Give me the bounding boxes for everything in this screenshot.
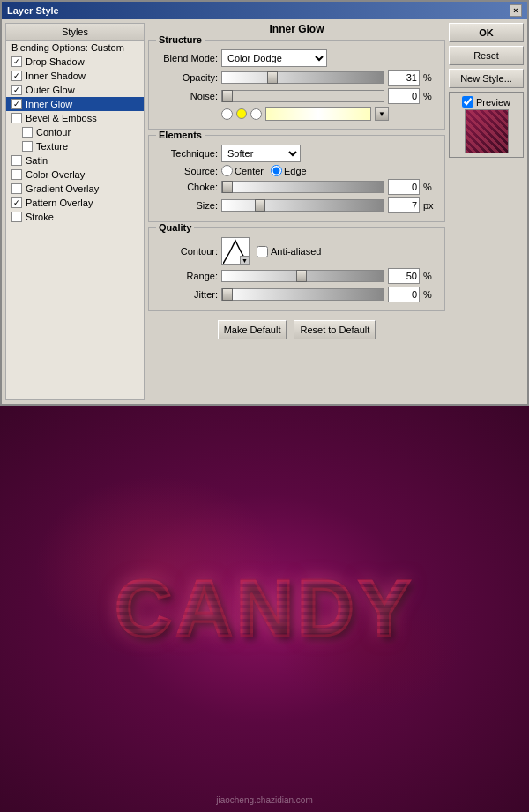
drop-shadow-checkbox[interactable]: [11, 56, 22, 67]
range-thumb[interactable]: [296, 270, 307, 282]
satin-label: Satin: [26, 155, 48, 166]
bevel-emboss-label: Bevel & Emboss: [26, 113, 97, 123]
range-label: Range:: [156, 271, 218, 281]
center-radio-item: Center: [221, 165, 264, 176]
new-style-button[interactable]: New Style...: [449, 69, 524, 88]
range-slider[interactable]: [221, 270, 384, 282]
preview-thumbnail: [465, 109, 509, 153]
size-label: Size:: [156, 200, 218, 211]
sidebar-item-pattern-overlay[interactable]: Pattern Overlay: [6, 196, 144, 210]
contour-checkbox[interactable]: [22, 127, 33, 138]
inner-shadow-checkbox[interactable]: [11, 71, 22, 81]
solid-color-radio[interactable]: [221, 108, 233, 120]
sidebar-item-satin[interactable]: Satin: [6, 153, 144, 168]
drop-shadow-label: Drop Shadow: [26, 56, 85, 67]
preview-label: Preview: [476, 97, 510, 108]
center-radio[interactable]: [221, 165, 233, 176]
gradient-radio[interactable]: [250, 108, 262, 120]
section-heading: Inner Glow: [148, 23, 445, 35]
opacity-unit: %: [423, 72, 437, 83]
noise-thumb[interactable]: [222, 90, 233, 102]
technique-select[interactable]: Softer: [221, 145, 301, 162]
size-unit: px: [423, 200, 437, 211]
gradient-overlay-checkbox[interactable]: [11, 183, 22, 194]
color-dropdown-arrow[interactable]: ▼: [375, 107, 389, 121]
right-buttons: OK Reset New Style... Preview: [449, 23, 524, 400]
quality-title: Quality: [156, 222, 194, 233]
candy-text: CANDY: [115, 563, 414, 654]
blending-label: Blending Options: Custom: [11, 42, 124, 53]
elements-content: Technique: Softer Source: Center: [156, 145, 437, 213]
preview-thumb-inner: [466, 110, 508, 153]
reset-button[interactable]: Reset: [449, 46, 524, 65]
contour-thumbnail[interactable]: ▼: [221, 237, 250, 265]
jitter-thumb[interactable]: [222, 288, 233, 301]
opacity-thumb[interactable]: [267, 71, 278, 84]
jitter-label: Jitter:: [156, 289, 218, 300]
close-button[interactable]: ×: [510, 4, 522, 17]
source-row: Source: Center Edge: [156, 165, 437, 176]
contour-row: Contour:: [156, 237, 437, 265]
opacity-input[interactable]: [388, 70, 420, 86]
jitter-unit: %: [423, 289, 437, 300]
range-input[interactable]: [388, 268, 420, 284]
size-thumb[interactable]: [255, 199, 265, 212]
choke-input[interactable]: [388, 179, 420, 195]
noise-label: Noise:: [156, 91, 218, 101]
noise-slider[interactable]: [221, 90, 384, 102]
edge-radio-item: Edge: [271, 165, 307, 176]
sidebar-item-bevel-emboss[interactable]: Bevel & Emboss: [6, 111, 144, 125]
blend-mode-select[interactable]: Color Dodge: [221, 49, 327, 67]
choke-slider[interactable]: [221, 181, 384, 193]
choke-thumb[interactable]: [222, 181, 233, 193]
sidebar-item-inner-glow[interactable]: Inner Glow: [6, 97, 144, 111]
jitter-slider[interactable]: [221, 288, 384, 301]
opacity-slider[interactable]: [221, 71, 384, 84]
sidebar-item-contour[interactable]: Contour: [6, 125, 144, 139]
edge-radio[interactable]: [271, 165, 282, 176]
satin-checkbox[interactable]: [11, 155, 22, 166]
sidebar-item-drop-shadow[interactable]: Drop Shadow: [6, 55, 144, 69]
noise-row: Noise: %: [156, 88, 437, 104]
dialog-body: Styles Blending Options: Custom Drop Sha…: [2, 19, 527, 404]
contour-label: Contour: [36, 127, 71, 138]
noise-input[interactable]: [388, 88, 420, 104]
inner-glow-checkbox[interactable]: [11, 99, 22, 109]
color-overlay-checkbox[interactable]: [11, 169, 22, 180]
texture-checkbox[interactable]: [22, 141, 33, 152]
size-input[interactable]: [388, 197, 420, 213]
structure-title: Structure: [156, 34, 205, 45]
sidebar-item-outer-glow[interactable]: Outer Glow: [6, 83, 144, 97]
pattern-overlay-label: Pattern Overlay: [26, 197, 93, 208]
sidebar-item-gradient-overlay[interactable]: Gradient Overlay: [6, 182, 144, 196]
stroke-checkbox[interactable]: [11, 212, 22, 222]
bevel-emboss-checkbox[interactable]: [11, 113, 22, 123]
color-overlay-label: Color Overlay: [26, 169, 85, 180]
color-circle[interactable]: [236, 108, 247, 119]
bottom-buttons: Make Default Reset to Default: [148, 317, 445, 343]
choke-label: Choke:: [156, 182, 218, 192]
jitter-input[interactable]: [388, 287, 420, 302]
make-default-button[interactable]: Make Default: [218, 320, 287, 339]
contour-dropdown[interactable]: ▼: [240, 256, 249, 264]
sidebar-item-blending[interactable]: Blending Options: Custom: [6, 41, 144, 55]
size-slider[interactable]: [221, 199, 384, 212]
sidebar-item-inner-shadow[interactable]: Inner Shadow: [6, 69, 144, 83]
sidebar-item-stroke[interactable]: Stroke: [6, 210, 144, 224]
range-row: Range: %: [156, 268, 437, 284]
sidebar-item-color-overlay[interactable]: Color Overlay: [6, 168, 144, 182]
pattern-overlay-checkbox[interactable]: [11, 197, 22, 208]
preview-checkbox[interactable]: [462, 96, 473, 108]
reset-to-default-button[interactable]: Reset to Default: [294, 320, 376, 339]
sidebar-item-texture[interactable]: Texture: [6, 139, 144, 153]
ok-button[interactable]: OK: [449, 23, 524, 42]
inner-glow-label: Inner Glow: [26, 99, 72, 109]
range-unit: %: [423, 271, 437, 281]
anti-aliased-checkbox[interactable]: [257, 246, 268, 257]
jitter-row: Jitter: %: [156, 287, 437, 302]
outer-glow-checkbox[interactable]: [11, 85, 22, 95]
opacity-row: Opacity: %: [156, 70, 437, 86]
outer-glow-label: Outer Glow: [26, 85, 75, 95]
stroke-label: Stroke: [26, 212, 54, 222]
color-swatch[interactable]: [265, 107, 371, 121]
